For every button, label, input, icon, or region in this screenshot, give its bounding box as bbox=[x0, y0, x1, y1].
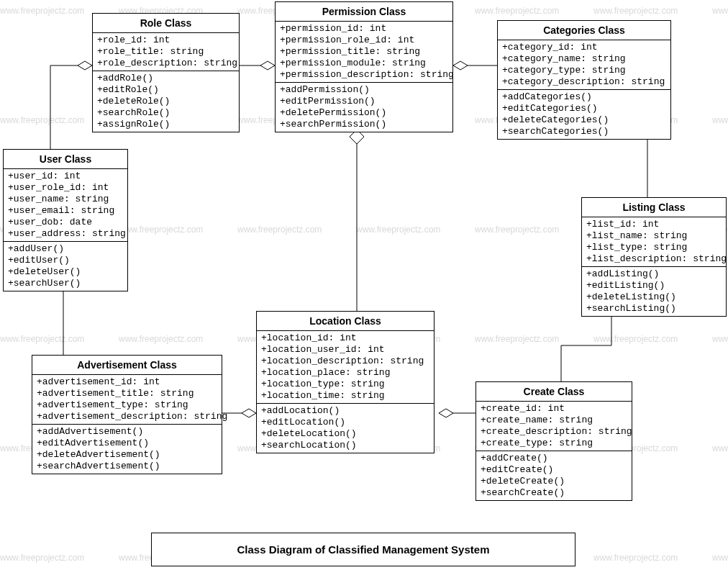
class-attributes: +user_id: int+user_role_id: int+user_nam… bbox=[4, 169, 127, 242]
class-title: Advertisement Class bbox=[32, 356, 222, 375]
class-operations: +addAdvertisement()+editAdvertisement()+… bbox=[32, 425, 222, 474]
class-attributes: +category_id: int+category_name: string+… bbox=[498, 40, 670, 90]
class-title: Role Class bbox=[93, 14, 239, 33]
class-attributes: +list_id: int+list_name: string+list_typ… bbox=[582, 217, 726, 267]
class-title: Categories Class bbox=[498, 21, 670, 40]
class-operations: +addCategories()+editCategories()+delete… bbox=[498, 90, 670, 139]
svg-marker-11 bbox=[439, 409, 453, 417]
class-attributes: +role_id: int+role_title: string+role_de… bbox=[93, 33, 239, 71]
svg-marker-1 bbox=[260, 61, 275, 70]
class-permission: Permission Class +permission_id: int+per… bbox=[275, 1, 453, 132]
class-title: User Class bbox=[4, 150, 127, 169]
class-location: Location Class +location_id: int+locatio… bbox=[256, 311, 434, 453]
class-operations: +addPermission()+editPermission()+delete… bbox=[276, 83, 452, 132]
class-attributes: +permission_id: int+permission_role_id: … bbox=[276, 22, 452, 83]
svg-marker-4 bbox=[78, 61, 92, 70]
class-title: Create Class bbox=[476, 382, 632, 402]
class-attributes: +location_id: int+location_user_id: int+… bbox=[257, 331, 434, 404]
class-create: Create Class +create_id: int+create_name… bbox=[476, 381, 632, 501]
class-attributes: +create_id: int+create_name: string+crea… bbox=[476, 402, 632, 451]
class-categories: Categories Class +category_id: int+categ… bbox=[497, 20, 671, 140]
class-advertisement: Advertisement Class +advertisement_id: i… bbox=[32, 355, 222, 474]
class-title: Permission Class bbox=[276, 2, 452, 22]
class-title: Location Class bbox=[257, 312, 434, 331]
class-operations: +addLocation()+editLocation()+deleteLoca… bbox=[257, 404, 434, 453]
class-operations: +addCreate()+editCreate()+deleteCreate()… bbox=[476, 451, 632, 500]
class-attributes: +advertisement_id: int+advertisement_tit… bbox=[32, 375, 222, 425]
class-listing: Listing Class +list_id: int+list_name: s… bbox=[581, 197, 727, 317]
class-operations: +addListing()+editListing()+deleteListin… bbox=[582, 267, 726, 316]
svg-marker-9 bbox=[242, 409, 256, 417]
class-user: User Class +user_id: int+user_role_id: i… bbox=[3, 149, 128, 291]
diagram-title: Class Diagram of Classified Management S… bbox=[151, 533, 575, 566]
class-operations: +addRole()+editRole()+deleteRole()+searc… bbox=[93, 71, 239, 132]
class-title: Listing Class bbox=[582, 198, 726, 217]
svg-marker-3 bbox=[453, 61, 468, 70]
class-role: Role Class +role_id: int+role_title: str… bbox=[92, 13, 240, 132]
class-operations: +addUser()+editUser()+deleteUser()+searc… bbox=[4, 242, 127, 291]
